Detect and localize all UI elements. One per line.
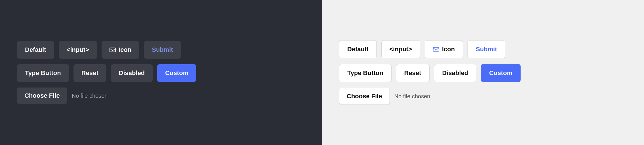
light-no-file-text: No file chosen: [394, 93, 430, 100]
dark-custom-button[interactable]: Custom: [157, 64, 196, 82]
dark-icon-button[interactable]: Icon: [102, 41, 139, 59]
dark-icon-button-label: Icon: [119, 46, 131, 54]
light-default-button[interactable]: Default: [339, 40, 377, 58]
light-custom-button[interactable]: Custom: [481, 64, 521, 82]
light-file-row: Choose File No file chosen: [339, 88, 430, 105]
light-reset-button[interactable]: Reset: [396, 64, 430, 82]
light-choose-file-button[interactable]: Choose File: [339, 88, 390, 105]
dark-disabled-button[interactable]: Disabled: [111, 64, 153, 82]
dark-file-row: Choose File No file chosen: [17, 88, 108, 104]
dark-choose-file-button[interactable]: Choose File: [17, 88, 67, 104]
light-input-button[interactable]: <input>: [381, 40, 420, 58]
dark-panel: Default <input> Icon Submit Type Button …: [0, 0, 322, 145]
light-submit-button[interactable]: Submit: [468, 40, 505, 58]
dark-row-1: Default <input> Icon Submit: [17, 41, 181, 59]
dark-submit-button[interactable]: Submit: [144, 41, 181, 59]
light-icon-button[interactable]: Icon: [425, 40, 463, 58]
light-row-2: Type Button Reset Disabled Custom: [339, 64, 521, 82]
svg-rect-1: [433, 47, 439, 51]
envelope-icon-light: [433, 47, 439, 52]
dark-no-file-text: No file chosen: [72, 93, 108, 99]
svg-rect-0: [110, 48, 115, 52]
dark-typebutton-button[interactable]: Type Button: [17, 64, 69, 82]
dark-input-button[interactable]: <input>: [59, 41, 97, 59]
light-disabled-button[interactable]: Disabled: [434, 64, 477, 82]
envelope-icon: [110, 48, 116, 52]
light-row-1: Default <input> Icon Submit: [339, 40, 505, 58]
light-typebutton-button[interactable]: Type Button: [339, 64, 392, 82]
light-panel: Default <input> Icon Submit Type Button …: [322, 0, 644, 145]
dark-row-2: Type Button Reset Disabled Custom: [17, 64, 196, 82]
dark-reset-button[interactable]: Reset: [73, 64, 106, 82]
dark-default-button[interactable]: Default: [17, 41, 54, 59]
light-icon-button-label: Icon: [442, 46, 455, 53]
